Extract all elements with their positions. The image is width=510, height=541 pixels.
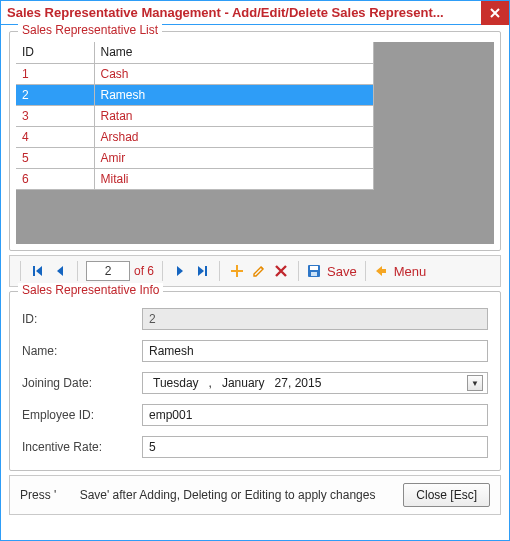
label-name: Name: <box>22 344 142 358</box>
cell-id[interactable]: 5 <box>16 147 94 168</box>
nav-position-input[interactable] <box>86 261 130 281</box>
add-button[interactable] <box>228 260 246 282</box>
edit-button[interactable] <box>250 260 268 282</box>
list-group-legend: Sales Representative List <box>18 23 162 37</box>
cell-name[interactable]: Amir <box>94 147 374 168</box>
window-frame: Sales Representative Management - Add/Ed… <box>0 0 510 541</box>
back-arrow-icon <box>374 264 388 278</box>
window-title: Sales Representative Management - Add/Ed… <box>7 5 481 20</box>
col-header-id[interactable]: ID <box>16 42 94 63</box>
label-emp: Employee ID: <box>22 408 142 422</box>
separator <box>219 261 220 281</box>
svg-rect-5 <box>310 266 318 270</box>
table-row[interactable]: 3 Ratan <box>16 105 374 126</box>
footer-bar: Press ' Save' after Adding, Deleting or … <box>9 475 501 515</box>
grid-container[interactable]: ID Name 1 Cash 2 Ramesh <box>16 42 494 244</box>
titlebar[interactable]: Sales Representative Management - Add/Ed… <box>1 1 509 25</box>
sales-rep-table[interactable]: ID Name 1 Cash 2 Ramesh <box>16 42 374 190</box>
prev-icon <box>55 265 65 277</box>
label-joining: Joining Date: <box>22 376 142 390</box>
chevron-down-icon: ▼ <box>471 379 479 388</box>
delete-button[interactable] <box>272 260 290 282</box>
menu-label: Menu <box>394 264 427 279</box>
pencil-icon <box>252 264 266 278</box>
cell-id[interactable]: 6 <box>16 168 94 189</box>
cell-name[interactable]: Ratan <box>94 105 374 126</box>
cell-id[interactable]: 3 <box>16 105 94 126</box>
joining-date-value: Tuesday , January 27, 2015 <box>153 376 321 390</box>
plus-icon <box>230 264 244 278</box>
sales-rep-info-group: Sales Representative Info ID: Name: Join… <box>9 291 501 471</box>
last-icon <box>196 265 208 277</box>
nav-total-label: of 6 <box>134 264 154 278</box>
sales-rep-list-group: Sales Representative List ID Name 1 Cash <box>9 31 501 251</box>
table-row[interactable]: 1 Cash <box>16 63 374 84</box>
window-close-button[interactable] <box>481 1 509 25</box>
separator <box>77 261 78 281</box>
label-id: ID: <box>22 312 142 326</box>
row-rate: Incentive Rate: <box>22 436 488 458</box>
first-icon <box>32 265 44 277</box>
menu-button[interactable]: Menu <box>374 260 427 282</box>
name-field[interactable] <box>142 340 488 362</box>
table-header-row: ID Name <box>16 42 374 63</box>
save-button[interactable]: Save <box>307 260 357 282</box>
row-name: Name: <box>22 340 488 362</box>
table-row[interactable]: 5 Amir <box>16 147 374 168</box>
row-id: ID: <box>22 308 488 330</box>
nav-last-button[interactable] <box>193 260 211 282</box>
cell-name[interactable]: Ramesh <box>94 84 374 105</box>
incentive-rate-field[interactable] <box>142 436 488 458</box>
separator <box>298 261 299 281</box>
close-button[interactable]: Close [Esc] <box>403 483 490 507</box>
cell-name[interactable]: Cash <box>94 63 374 84</box>
svg-rect-6 <box>311 272 317 276</box>
svg-rect-3 <box>231 270 243 272</box>
cell-id[interactable]: 2 <box>16 84 94 105</box>
x-icon <box>275 265 287 277</box>
nav-next-button[interactable] <box>171 260 189 282</box>
table-row[interactable]: 4 Arshad <box>16 126 374 147</box>
row-emp: Employee ID: <box>22 404 488 426</box>
cell-name[interactable]: Mitali <box>94 168 374 189</box>
col-header-name[interactable]: Name <box>94 42 374 63</box>
separator <box>365 261 366 281</box>
separator <box>162 261 163 281</box>
close-icon <box>490 8 500 18</box>
footer-hint: Press ' Save' after Adding, Deleting or … <box>20 488 375 502</box>
nav-first-button[interactable] <box>29 260 47 282</box>
window-body: Sales Representative List ID Name 1 Cash <box>1 25 509 540</box>
table-row[interactable]: 2 Ramesh <box>16 84 374 105</box>
cell-name[interactable]: Arshad <box>94 126 374 147</box>
cell-id[interactable]: 1 <box>16 63 94 84</box>
svg-rect-0 <box>33 266 35 276</box>
joining-date-picker[interactable]: Tuesday , January 27, 2015 ▼ <box>142 372 488 394</box>
label-rate: Incentive Rate: <box>22 440 142 454</box>
cell-id[interactable]: 4 <box>16 126 94 147</box>
save-label: Save <box>327 264 357 279</box>
next-icon <box>175 265 185 277</box>
nav-prev-button[interactable] <box>51 260 69 282</box>
separator <box>20 261 21 281</box>
calendar-dropdown-button[interactable]: ▼ <box>467 375 483 391</box>
info-group-legend: Sales Representative Info <box>18 283 163 297</box>
row-joining: Joining Date: Tuesday , January 27, 2015… <box>22 372 488 394</box>
disk-icon <box>307 264 321 278</box>
svg-rect-1 <box>205 266 207 276</box>
id-field <box>142 308 488 330</box>
table-row[interactable]: 6 Mitali <box>16 168 374 189</box>
employee-id-field[interactable] <box>142 404 488 426</box>
